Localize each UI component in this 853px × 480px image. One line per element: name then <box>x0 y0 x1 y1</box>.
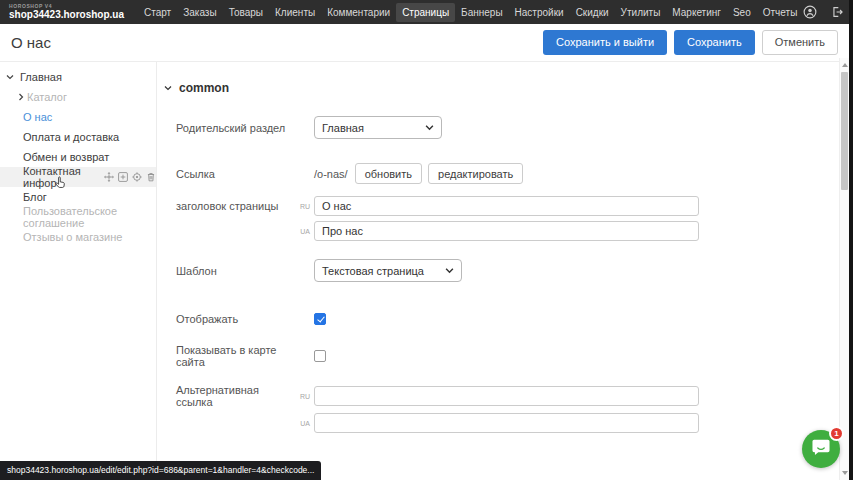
nav-item-discounts[interactable]: Скидки <box>570 3 615 22</box>
lang-badge-ru: RU <box>290 203 314 210</box>
sitemap-row: Показывать в карте сайта <box>176 344 840 368</box>
lang-badge-ua: UA <box>290 228 314 235</box>
sitemap-checkbox[interactable] <box>314 350 326 362</box>
sidebar-item-label: Главная <box>20 71 62 83</box>
alt-link-label: Альтернативная ссылка <box>176 384 290 408</box>
main-nav: Старт Заказы Товары Клиенты Комментарии … <box>138 3 803 22</box>
display-label: Отображать <box>176 313 290 325</box>
sidebar-item-label: Блог <box>23 191 47 203</box>
section-common-label: common <box>179 81 229 95</box>
sidebar-item-kontaktnaya-infor[interactable]: Контактная инфор <box>0 167 156 187</box>
sidebar-item-label: Оплата и доставка <box>23 131 119 143</box>
chat-bubble-icon <box>810 436 832 462</box>
alt-link-ru-input[interactable] <box>314 386 699 406</box>
account-icon[interactable] <box>803 5 817 19</box>
nav-item-orders[interactable]: Заказы <box>177 3 222 22</box>
scrollbar-down-icon[interactable] <box>842 471 848 475</box>
sidebar-tree: Главная Каталог О нас Оплата и доставка … <box>0 62 157 480</box>
sidebar-item-label: О нас <box>23 111 52 123</box>
cancel-button[interactable]: Отменить <box>762 30 838 55</box>
logo[interactable]: HOROSHOP V4 shop34423.horoshop.ua <box>9 4 124 20</box>
sidebar-item-label: Каталог <box>27 91 67 103</box>
logo-domain: shop34423.horoshop.ua <box>9 10 124 20</box>
nav-item-pages[interactable]: Страницы <box>396 3 455 22</box>
link-update-button[interactable]: обновить <box>355 163 422 184</box>
move-icon[interactable] <box>104 172 114 182</box>
lang-badge-ru: RU <box>290 393 314 400</box>
chevron-down-icon[interactable] <box>6 73 14 81</box>
page-header: О нас Сохранить и выйти Сохранить Отмени… <box>0 24 848 62</box>
save-exit-button[interactable]: Сохранить и выйти <box>543 30 667 55</box>
chat-badge: 1 <box>829 426 844 441</box>
parent-section-select[interactable]: Главная <box>314 116 442 139</box>
cursor-hand-icon <box>54 175 68 190</box>
chevron-down-icon <box>164 84 172 92</box>
sidebar-item-label: Пользовательское соглашение <box>23 205 156 229</box>
lang-badge-ua: UA <box>290 420 314 427</box>
sidebar-item-oplata-dostavka[interactable]: Оплата и доставка <box>0 127 156 147</box>
nav-item-comments[interactable]: Комментарии <box>321 3 396 22</box>
page-title: О нас <box>11 34 51 51</box>
sidebar-item-polzovatelskoe[interactable]: Пользовательское соглашение <box>0 207 156 227</box>
link-row: Ссылка /o-nas/ обновить редактировать <box>176 163 840 184</box>
alt-link-ua-row: UA <box>176 413 840 433</box>
chevron-down-icon <box>445 265 454 277</box>
edit-form: common Родительский раздел Главная Ссылк… <box>158 62 840 480</box>
template-select[interactable]: Текстовая страница <box>314 259 462 282</box>
chevron-right-icon[interactable] <box>17 93 25 101</box>
page-title-ru-input[interactable] <box>314 196 699 216</box>
sitemap-label: Показывать в карте сайта <box>176 344 290 368</box>
template-value: Текстовая страница <box>322 265 424 277</box>
template-row: Шаблон Текстовая страница <box>176 259 840 282</box>
sidebar-item-label: Отзывы о магазине <box>23 231 122 243</box>
scrollbar-up-icon[interactable] <box>842 63 848 67</box>
header-buttons: Сохранить и выйти Сохранить Отменить <box>543 30 838 55</box>
sidebar-item-blog[interactable]: Блог <box>0 187 156 207</box>
display-row: Отображать <box>176 313 840 325</box>
chat-button[interactable]: 1 <box>802 430 840 468</box>
nav-item-clients[interactable]: Клиенты <box>269 3 321 22</box>
scrollbar[interactable] <box>839 58 849 480</box>
nav-item-settings[interactable]: Настройки <box>509 3 570 22</box>
window-edge <box>849 0 853 480</box>
add-page-icon[interactable] <box>118 172 128 182</box>
section-common[interactable]: common <box>164 81 840 95</box>
topbar: HOROSHOP V4 shop34423.horoshop.ua Старт … <box>0 0 853 24</box>
status-bar: shop34423.horoshop.ua/edit/edit.php?id=6… <box>0 461 321 480</box>
alt-link-ru-row: Альтернативная ссылка RU <box>176 384 840 408</box>
sidebar-item-katalog[interactable]: Каталог <box>0 87 156 107</box>
link-value: /o-nas/ <box>314 168 348 180</box>
nav-item-marketing[interactable]: Маркетинг <box>666 3 727 22</box>
link-label: Ссылка <box>176 168 290 180</box>
nav-item-seo[interactable]: Seo <box>727 3 757 22</box>
parent-section-label: Родительский раздел <box>176 122 290 134</box>
display-checkbox[interactable] <box>314 313 326 325</box>
sidebar-item-glavnaya[interactable]: Главная <box>0 67 156 87</box>
sidebar-item-otzyvy[interactable]: Отзывы о магазине <box>0 227 156 247</box>
link-edit-button[interactable]: редактировать <box>428 163 523 184</box>
sidebar-item-obmen-vozvrat[interactable]: Обмен и возврат <box>0 147 156 167</box>
nav-item-banners[interactable]: Баннеры <box>455 3 508 22</box>
sidebar-item-label: Обмен и возврат <box>23 151 109 163</box>
page-title-ua-input[interactable] <box>314 221 699 241</box>
nav-item-utilities[interactable]: Утилиты <box>615 3 667 22</box>
alt-link-ua-input[interactable] <box>314 413 699 433</box>
nav-item-reports[interactable]: Отчеты <box>757 3 804 22</box>
chevron-down-icon <box>425 122 434 134</box>
page-title-ru-row: заголовок страницы RU <box>176 196 840 216</box>
page-title-label: заголовок страницы <box>176 200 290 212</box>
topbar-icons <box>803 5 844 19</box>
scrollbar-thumb[interactable] <box>841 72 848 190</box>
template-label: Шаблон <box>176 265 290 277</box>
save-button[interactable]: Сохранить <box>674 30 755 55</box>
gear-icon[interactable] <box>132 172 142 182</box>
nav-item-start[interactable]: Старт <box>138 3 177 22</box>
nav-item-products[interactable]: Товары <box>223 3 269 22</box>
trash-icon[interactable] <box>146 172 156 182</box>
sidebar-item-o-nas[interactable]: О нас <box>0 107 156 127</box>
logout-icon[interactable] <box>830 5 844 19</box>
row-action-icons <box>104 172 156 182</box>
page-title-ua-row: UA <box>176 221 840 241</box>
parent-section-value: Главная <box>322 122 364 134</box>
parent-section-row: Родительский раздел Главная <box>176 116 840 139</box>
